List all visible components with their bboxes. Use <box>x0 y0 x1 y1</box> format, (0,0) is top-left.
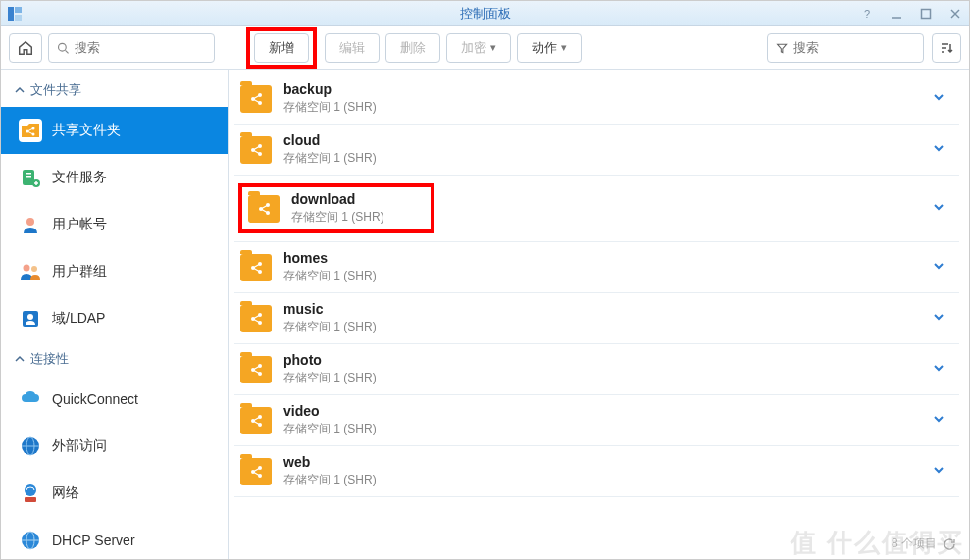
sidebar-item-label: QuickConnect <box>52 391 138 407</box>
folder-row-download[interactable]: download 存储空间 1 (SHR) <box>234 176 959 242</box>
sidebar-item-label: 用户帐号 <box>52 216 107 233</box>
folder-icon <box>240 305 272 332</box>
chevron-down-icon[interactable] <box>932 259 953 277</box>
help-icon[interactable]: ? <box>859 6 875 22</box>
encrypt-button[interactable]: 加密 ▾ <box>446 33 511 63</box>
svg-line-44 <box>253 150 260 154</box>
svg-line-64 <box>253 370 260 374</box>
chevron-down-icon[interactable] <box>932 90 953 108</box>
svg-line-53 <box>253 264 260 268</box>
svg-line-48 <box>261 205 268 209</box>
folder-name: download <box>291 191 384 207</box>
sidebar-item-group[interactable]: 用户群组 <box>1 248 228 295</box>
folder-subtext: 存储空间 1 (SHR) <box>283 99 377 116</box>
globe-icon <box>19 434 42 458</box>
sidebar-search[interactable] <box>48 33 215 63</box>
folder-row[interactable]: photo 存储空间 1 (SHR) <box>234 344 959 395</box>
sidebar-item-external-access[interactable]: 外部访问 <box>1 423 228 470</box>
chevron-down-icon[interactable] <box>932 361 953 379</box>
chevron-down-icon: ▾ <box>561 41 567 54</box>
body: 文件共享 共享文件夹 文件服务 用户帐号 <box>1 70 969 559</box>
folder-name: photo <box>283 352 377 368</box>
group-icon <box>19 260 42 283</box>
svg-line-73 <box>253 468 260 472</box>
svg-rect-20 <box>26 176 31 178</box>
toolbar: 新增 编辑 删除 加密 ▾ 动作 ▾ <box>1 26 969 70</box>
svg-point-23 <box>24 265 30 272</box>
chevron-up-icon <box>15 85 25 95</box>
sort-button[interactable] <box>932 33 961 63</box>
folder-name: web <box>283 454 377 470</box>
sidebar-item-dhcp[interactable]: DHCP Server <box>1 517 228 559</box>
svg-point-26 <box>27 314 33 320</box>
highlight-download: download 存储空间 1 (SHR) <box>238 183 434 233</box>
folder-subtext: 存储空间 1 (SHR) <box>283 370 377 386</box>
sidebar-item-label: 文件服务 <box>52 169 107 186</box>
folder-icon <box>240 254 272 281</box>
new-button[interactable]: 新增 <box>254 33 309 63</box>
filter-search[interactable] <box>767 33 924 63</box>
folder-row[interactable]: music 存储空间 1 (SHR) <box>234 293 959 344</box>
delete-button[interactable]: 删除 <box>385 33 440 63</box>
sidebar-item-file-services[interactable]: 文件服务 <box>1 154 228 201</box>
chevron-down-icon[interactable] <box>932 141 953 159</box>
minimize-icon[interactable] <box>889 6 904 22</box>
chevron-down-icon[interactable] <box>932 412 953 430</box>
maximize-icon[interactable] <box>918 6 934 22</box>
sidebar-item-label: DHCP Server <box>52 533 135 548</box>
action-button[interactable]: 动作 ▾ <box>517 33 582 63</box>
sidebar-search-input[interactable] <box>75 40 206 55</box>
svg-line-69 <box>253 421 260 425</box>
edit-button[interactable]: 编辑 <box>325 33 380 63</box>
folder-row[interactable]: cloud 存储空间 1 (SHR) <box>234 125 959 176</box>
folder-row[interactable]: backup 存储空间 1 (SHR) <box>234 74 959 125</box>
folder-subtext: 存储空间 1 (SHR) <box>283 319 377 335</box>
folder-name: backup <box>283 81 377 97</box>
shared-folder-icon <box>19 119 42 142</box>
folder-list: backup 存储空间 1 (SHR) cloud 存储空间 1 (SHR) <box>229 70 969 559</box>
folder-icon <box>248 195 280 223</box>
svg-line-74 <box>253 472 260 476</box>
refresh-icon[interactable] <box>943 537 956 551</box>
folder-name: video <box>283 403 377 419</box>
svg-line-43 <box>253 146 260 150</box>
category-connectivity[interactable]: 连接性 <box>1 342 228 376</box>
svg-line-38 <box>253 95 260 99</box>
svg-point-8 <box>59 43 67 51</box>
chevron-down-icon[interactable] <box>932 463 953 481</box>
folder-name: music <box>283 301 377 317</box>
folder-row[interactable]: web 存储空间 1 (SHR) <box>234 446 959 497</box>
filter-search-input[interactable] <box>793 40 915 55</box>
search-icon <box>57 41 69 55</box>
category-file-sharing[interactable]: 文件共享 <box>1 74 228 107</box>
sidebar-item-network[interactable]: 网络 <box>1 470 228 517</box>
svg-point-24 <box>31 266 37 272</box>
chevron-up-icon <box>15 354 25 364</box>
chevron-down-icon[interactable] <box>932 200 953 218</box>
sidebar-item-label: 用户群组 <box>52 263 107 280</box>
svg-line-63 <box>253 366 260 370</box>
network-icon <box>19 482 42 505</box>
folder-icon <box>240 85 272 113</box>
folder-row[interactable]: video 存储空间 1 (SHR) <box>234 395 959 446</box>
sidebar-item-ldap[interactable]: 域/LDAP <box>1 295 228 342</box>
sidebar-item-quickconnect[interactable]: QuickConnect <box>1 376 228 423</box>
folder-name: homes <box>283 250 377 266</box>
svg-line-49 <box>261 209 268 213</box>
folder-subtext: 存储空间 1 (SHR) <box>291 209 384 226</box>
home-button[interactable] <box>9 33 42 63</box>
chevron-down-icon[interactable] <box>932 310 953 328</box>
svg-rect-5 <box>922 9 931 18</box>
sidebar-item-label: 共享文件夹 <box>52 122 121 139</box>
sidebar-item-label: 外部访问 <box>52 437 107 455</box>
svg-line-68 <box>253 417 260 421</box>
sidebar-item-shared-folder[interactable]: 共享文件夹 <box>1 107 228 154</box>
sidebar-item-user[interactable]: 用户帐号 <box>1 201 228 248</box>
folder-icon <box>240 356 272 383</box>
window-title: 控制面板 <box>1 5 969 23</box>
close-icon[interactable] <box>947 6 963 22</box>
folder-row[interactable]: homes 存储空间 1 (SHR) <box>234 242 959 293</box>
folder-subtext: 存储空间 1 (SHR) <box>283 421 377 437</box>
svg-point-22 <box>26 218 34 226</box>
svg-line-58 <box>253 315 260 319</box>
